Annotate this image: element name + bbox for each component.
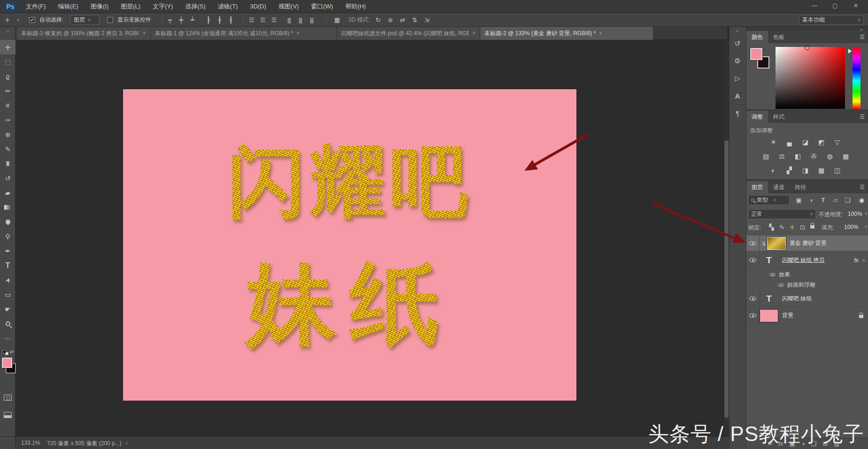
document-tab-1[interactable]: 未标题-1-恢复的 @ 100% (椭圆 2 拷贝 3, RGB/8) * ×: [17, 27, 151, 40]
pen-tool[interactable]: ✒: [0, 244, 15, 258]
align-hcenter-icon[interactable]: ╂: [218, 13, 222, 27]
visibility-toggle[interactable]: [746, 236, 760, 251]
invert-icon[interactable]: ◐: [768, 165, 779, 175]
distribute-spacing-icon[interactable]: ▦: [334, 13, 340, 27]
layer-thumbnail[interactable]: [760, 309, 778, 322]
show-transform-checkbox[interactable]: [107, 17, 113, 23]
color-picker-ring[interactable]: [805, 45, 810, 50]
minimize-button[interactable]: —: [804, 0, 825, 12]
opacity-value[interactable]: 100%: [848, 211, 862, 217]
clone-stamp-tool[interactable]: ♜: [0, 156, 15, 171]
zoom-tool[interactable]: [0, 316, 15, 331]
distribute-right-icon[interactable]: |||: [310, 13, 313, 27]
curves-icon[interactable]: ◪: [800, 137, 811, 147]
lock-transparent-icon[interactable]: ▚: [766, 222, 777, 232]
move-tool-option-icon[interactable]: ✛: [5, 13, 10, 27]
tab-color[interactable]: 颜色: [746, 31, 768, 43]
posterize-icon[interactable]: ▞: [784, 165, 795, 175]
3d-scale-icon[interactable]: ⇲: [424, 13, 430, 27]
tab-styles[interactable]: 样式: [768, 111, 790, 123]
document-tab-4-active[interactable]: 未标题-2 @ 133% (黄金 磨砂 背景, RGB/8) * ×: [480, 27, 653, 40]
filter-pixel-icon[interactable]: ▣: [793, 195, 804, 205]
close-tab-icon[interactable]: ×: [296, 30, 300, 37]
black-white-icon[interactable]: ◧: [792, 151, 803, 161]
align-right-icon[interactable]: ┨: [229, 13, 233, 27]
fill-value[interactable]: 100%: [844, 224, 859, 230]
distribute-vcenter-icon[interactable]: ☰: [260, 13, 266, 27]
visibility-toggle[interactable]: [746, 308, 760, 323]
edit-toolbar-button[interactable]: ⋯: [0, 331, 15, 345]
3d-orbit-icon[interactable]: ↻: [376, 13, 381, 27]
selective-color-icon[interactable]: ◫: [832, 165, 843, 175]
close-button[interactable]: ✕: [845, 0, 866, 12]
distribute-top-icon[interactable]: ☰: [249, 13, 254, 27]
3d-roll-icon[interactable]: ⊚: [388, 13, 393, 27]
tab-channels[interactable]: 通道: [768, 181, 790, 193]
channel-mixer-icon[interactable]: ◍: [824, 151, 835, 161]
exposure-icon[interactable]: ◩: [816, 137, 827, 147]
bevel-emboss-row[interactable]: 斜面和浮雕: [746, 280, 868, 290]
status-expand-icon[interactable]: ›: [126, 440, 128, 446]
collapse-effects-icon[interactable]: ˄: [862, 258, 865, 263]
saturation-brightness-field[interactable]: [776, 47, 845, 109]
lock-position-icon[interactable]: ✛: [787, 222, 798, 232]
lasso-tool[interactable]: ϱ: [0, 69, 15, 84]
filter-pin-icon[interactable]: ◉: [856, 195, 867, 205]
foreground-color-well[interactable]: [750, 48, 762, 60]
filter-shape-icon[interactable]: ▱: [830, 195, 841, 205]
panel-menu-icon[interactable]: ☰: [860, 111, 865, 123]
filter-adjustment-icon[interactable]: ◑: [806, 195, 816, 205]
tool-preset-caret-icon[interactable]: ˅: [17, 13, 20, 27]
path-selection-tool[interactable]: ➤: [0, 273, 15, 287]
menu-view[interactable]: 视图(V): [272, 0, 305, 13]
auto-select-checkbox[interactable]: ✓: [29, 17, 35, 23]
rectangle-tool[interactable]: ▭: [0, 287, 15, 302]
quick-selection-tool[interactable]: ✏: [0, 84, 15, 98]
panel-menu-icon[interactable]: ☰: [860, 31, 865, 43]
vibrance-icon[interactable]: ▽: [832, 137, 843, 147]
brush-tool[interactable]: ✎: [0, 142, 15, 156]
layer-name[interactable]: 背景: [782, 312, 793, 320]
filter-smart-object-icon[interactable]: ❑: [842, 195, 853, 205]
foreground-color-swatch[interactable]: [2, 358, 12, 368]
lock-pixels-icon[interactable]: ✎: [776, 222, 787, 232]
lock-artboard-icon[interactable]: ⊡: [797, 222, 808, 232]
paragraph-icon[interactable]: ¶: [730, 105, 745, 122]
gradient-tool[interactable]: [0, 200, 15, 214]
menu-help[interactable]: 帮助(H): [339, 0, 372, 13]
threshold-icon[interactable]: ◨: [800, 165, 811, 175]
chevron-down-icon[interactable]: ˅: [865, 224, 868, 229]
move-tool[interactable]: ✛: [0, 40, 15, 54]
actions-icon[interactable]: ▷: [730, 70, 745, 87]
layer-name[interactable]: 黄金 磨砂 背景: [790, 239, 827, 247]
hue-saturation-icon[interactable]: ▤: [760, 151, 771, 161]
menu-window[interactable]: 窗口(W): [305, 0, 339, 13]
menu-edit[interactable]: 编辑(E): [52, 0, 84, 13]
eyedropper-tool[interactable]: ✑: [0, 113, 15, 127]
character-icon[interactable]: A: [730, 87, 745, 105]
tab-layers[interactable]: 图层: [746, 181, 768, 193]
tab-swatches[interactable]: 色板: [768, 31, 790, 43]
layer-row-text-copy[interactable]: T 闪耀吧 妹纸 拷贝 fx ˄: [746, 252, 868, 268]
fx-badge[interactable]: fx: [854, 257, 858, 264]
brightness-contrast-icon[interactable]: ☀: [768, 137, 779, 147]
collapse-toolbar-icon[interactable]: »: [0, 27, 15, 36]
crop-tool[interactable]: #: [0, 98, 15, 113]
blend-mode-dropdown[interactable]: 正常 ˅: [748, 209, 816, 219]
expand-panels-icon[interactable]: «: [730, 27, 745, 35]
eraser-tool[interactable]: ▰: [0, 185, 15, 200]
vertical-scrollbar-thumb[interactable]: [724, 141, 729, 418]
maximize-button[interactable]: ▢: [825, 0, 845, 12]
photo-filter-icon[interactable]: ✇: [808, 151, 819, 161]
panel-menu-icon[interactable]: ☰: [860, 181, 865, 193]
lock-all-icon[interactable]: [810, 223, 814, 230]
filter-type-icon[interactable]: T: [818, 195, 829, 205]
properties-icon[interactable]: ⚙: [730, 53, 745, 70]
menu-file[interactable]: 文件(F): [20, 0, 52, 13]
close-tab-icon[interactable]: ×: [143, 30, 146, 37]
default-colors-icon[interactable]: [3, 350, 6, 353]
visibility-toggle[interactable]: [746, 291, 760, 306]
workspace-switcher[interactable]: 基本功能˅: [799, 15, 864, 25]
3d-slide-icon[interactable]: ⇅: [412, 13, 417, 27]
hue-slider[interactable]: [853, 47, 860, 109]
